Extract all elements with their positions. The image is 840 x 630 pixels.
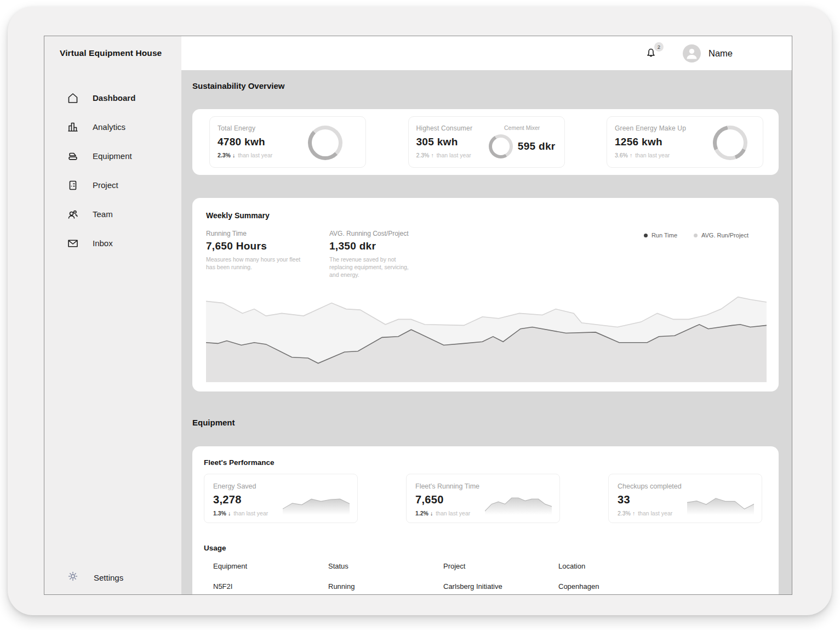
usage-title: Usage [204, 544, 762, 552]
sidebar-item-label: Analytics [93, 122, 125, 132]
weekly-summary-title: Weekly Summary [206, 211, 767, 220]
green-energy-card: Green Energy Make Up 1256 kwh 3.6% ↑ tha… [607, 116, 763, 168]
device-frame: Virtual Equipment House Dashboard Analyt… [8, 7, 832, 615]
up-arrow-icon: ↑ [632, 510, 635, 517]
sustainability-section-title: Sustainability Overview [192, 70, 779, 90]
fleet-performance-title: Fleet's Performance [204, 458, 762, 467]
overview-panel: Total Energy 4780 kwh 2.3% ↓ than last y… [192, 109, 779, 175]
weekly-area-chart [206, 296, 767, 382]
dashboard-content: Sustainability Overview Total Energy 478… [181, 70, 792, 594]
sidebar-item-team[interactable]: Team [44, 200, 181, 229]
notification-badge: 2 [654, 42, 664, 52]
topbar: 2 Name [181, 36, 792, 70]
legend-dot [694, 234, 698, 237]
sidebar-item-label: Team [93, 209, 113, 219]
avatar[interactable] [683, 44, 701, 63]
fleet-cards: Energy Saved 3,278 1.3% ↓ than last year… [204, 474, 762, 523]
legend-run-time: Run Time [644, 232, 677, 239]
down-arrow-icon: ↓ [430, 510, 433, 517]
green-energy-donut-chart [713, 126, 747, 160]
notifications-button[interactable]: 2 [644, 46, 659, 60]
highest-consumer-card: Highest Consumer 305 kwh 2.3% ↑ than las… [408, 116, 565, 168]
down-arrow-icon: ↓ [228, 510, 231, 517]
energy-donut-chart [308, 126, 342, 160]
sidebar-nav: Dashboard Analytics Equipment [44, 83, 181, 258]
legend-dot [644, 234, 648, 237]
weekly-summary-panel: Weekly Summary Running Time 7,650 Hours … [192, 198, 779, 391]
running-time-sparkline [485, 495, 552, 517]
sidebar-item-dashboard[interactable]: Dashboard [44, 83, 181, 112]
sidebar-item-project[interactable]: Project [44, 171, 181, 200]
equipment-section-title: Equipment [192, 418, 779, 427]
machine-icon [66, 150, 79, 163]
up-arrow-icon: ↑ [630, 152, 632, 158]
energy-saved-card: Energy Saved 3,278 1.3% ↓ than last year [204, 474, 358, 523]
fleet-running-time-card: Fleet's Running Time 7,650 1.2% ↓ than l… [406, 474, 560, 523]
sidebar: Virtual Equipment House Dashboard Analyt… [44, 36, 181, 594]
sidebar-item-label: Inbox [93, 239, 113, 248]
app-title: Virtual Equipment House [44, 36, 181, 58]
energy-saved-sparkline [283, 495, 350, 517]
consumer-detail: Cement Mixer 595 dkr [489, 124, 556, 158]
checkups-card: Checkups completed 33 2.3% ↑ than last y… [608, 474, 762, 523]
consumer-name: Cement Mixer [504, 124, 540, 131]
sidebar-item-inbox[interactable]: Inbox [44, 229, 181, 258]
sidebar-item-label: Dashboard [93, 93, 135, 103]
fleet-panel: Fleet's Performance Energy Saved 3,278 1… [192, 446, 779, 594]
user-icon [683, 44, 701, 63]
legend-avg-run: AVG. Run/Project [694, 232, 748, 239]
home-icon [66, 92, 79, 105]
sidebar-item-label: Equipment [93, 151, 132, 161]
usage-table-header: Equipment Status Project Location [213, 562, 762, 570]
envelope-icon [66, 237, 79, 250]
sidebar-item-equipment[interactable]: Equipment [44, 141, 181, 171]
bar-chart-icon [66, 121, 79, 134]
sidebar-item-settings[interactable]: Settings [66, 568, 123, 587]
avg-cost-stat: AVG. Running Cost/Project 1,350 dkr The … [329, 230, 416, 279]
document-icon [66, 179, 79, 192]
chart-legend: Run Time AVG. Run/Project [644, 232, 748, 239]
total-energy-card: Total Energy 4780 kwh 2.3% ↓ than last y… [209, 116, 366, 168]
people-icon [66, 208, 79, 221]
up-arrow-icon: ↑ [431, 152, 433, 158]
settings-label: Settings [94, 573, 123, 582]
checkups-sparkline [687, 495, 754, 517]
usage-table: Equipment Status Project Location N5F2I … [213, 562, 762, 591]
consumer-donut-chart [489, 134, 513, 158]
gear-icon [66, 570, 79, 585]
user-name[interactable]: Name [708, 48, 733, 59]
down-arrow-icon: ↓ [232, 152, 235, 158]
table-row[interactable]: N5F2I Running Carlsberg Initiative Copen… [213, 582, 762, 591]
app-window: Virtual Equipment House Dashboard Analyt… [44, 36, 792, 595]
consumer-cost: 595 dkr [518, 140, 556, 152]
sidebar-item-label: Project [93, 180, 118, 190]
sidebar-item-analytics[interactable]: Analytics [44, 112, 181, 141]
main-area: 2 Name Sustainability Overview Total Ene… [181, 36, 792, 594]
running-time-stat: Running Time 7,650 Hours Measures how ma… [206, 230, 329, 279]
